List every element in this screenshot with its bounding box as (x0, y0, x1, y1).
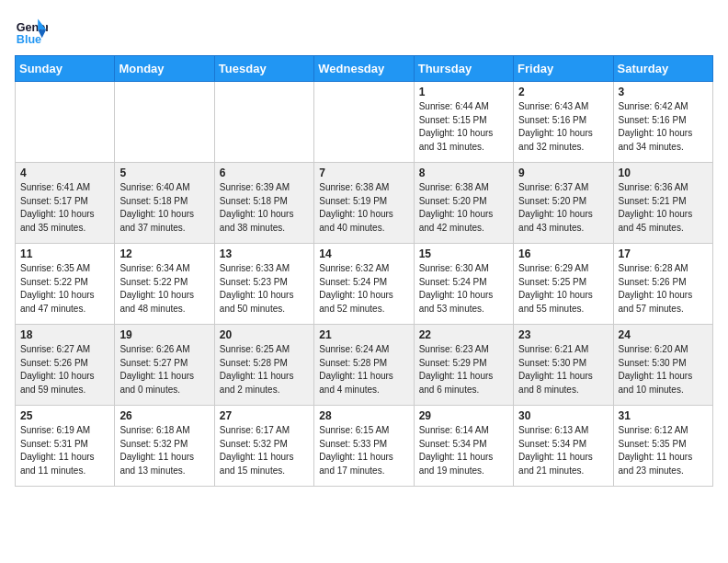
calendar-cell: 1Sunrise: 6:44 AMSunset: 5:15 PMDaylight… (414, 82, 513, 163)
day-number: 15 (419, 247, 508, 260)
day-info: Sunrise: 6:21 AMSunset: 5:30 PMDaylight:… (518, 343, 608, 396)
weekday-header: Friday (514, 56, 613, 82)
day-info: Sunrise: 6:39 AMSunset: 5:18 PMDaylight:… (220, 181, 309, 235)
day-number: 11 (20, 247, 109, 260)
day-info: Sunrise: 6:26 AMSunset: 5:27 PMDaylight:… (119, 343, 209, 396)
calendar-cell: 11Sunrise: 6:35 AMSunset: 5:22 PMDayligh… (16, 244, 115, 325)
day-info: Sunrise: 6:33 AMSunset: 5:23 PMDaylight:… (220, 262, 309, 316)
calendar-cell: 20Sunrise: 6:25 AMSunset: 5:28 PMDayligh… (214, 325, 313, 406)
day-number: 2 (518, 86, 608, 98)
calendar-cell: 26Sunrise: 6:18 AMSunset: 5:32 PMDayligh… (115, 406, 214, 487)
day-info: Sunrise: 6:38 AMSunset: 5:19 PMDaylight:… (319, 181, 408, 235)
calendar-cell: 18Sunrise: 6:27 AMSunset: 5:26 PMDayligh… (16, 325, 115, 406)
calendar-week-row: 11Sunrise: 6:35 AMSunset: 5:22 PMDayligh… (16, 244, 713, 325)
day-info: Sunrise: 6:38 AMSunset: 5:20 PMDaylight:… (419, 181, 508, 235)
day-number: 4 (20, 167, 109, 179)
day-info: Sunrise: 6:35 AMSunset: 5:22 PMDaylight:… (20, 262, 109, 316)
weekday-header: Thursday (414, 56, 513, 82)
svg-text:Blue: Blue (17, 33, 41, 46)
calendar-cell (16, 82, 115, 163)
day-number: 28 (319, 409, 408, 422)
day-info: Sunrise: 6:19 AMSunset: 5:31 PMDaylight:… (20, 424, 109, 477)
day-info: Sunrise: 6:34 AMSunset: 5:22 PMDaylight:… (119, 262, 209, 316)
calendar-header: SundayMondayTuesdayWednesdayThursdayFrid… (16, 56, 713, 82)
day-number: 3 (619, 86, 708, 98)
day-info: Sunrise: 6:27 AMSunset: 5:26 PMDaylight:… (20, 343, 109, 396)
calendar-cell: 27Sunrise: 6:17 AMSunset: 5:32 PMDayligh… (214, 406, 313, 487)
day-number: 12 (119, 247, 209, 260)
weekday-header: Sunday (16, 56, 115, 82)
calendar-cell: 17Sunrise: 6:28 AMSunset: 5:26 PMDayligh… (613, 244, 712, 325)
day-number: 31 (619, 409, 708, 422)
day-info: Sunrise: 6:32 AMSunset: 5:24 PMDaylight:… (319, 262, 408, 316)
day-info: Sunrise: 6:12 AMSunset: 5:35 PMDaylight:… (619, 424, 708, 477)
day-number: 17 (619, 247, 708, 260)
logo: General Blue (15, 15, 51, 48)
day-number: 10 (619, 167, 708, 179)
calendar-cell: 5Sunrise: 6:40 AMSunset: 5:18 PMDaylight… (115, 163, 214, 244)
calendar-cell: 16Sunrise: 6:29 AMSunset: 5:25 PMDayligh… (514, 244, 613, 325)
day-number: 9 (518, 167, 608, 179)
day-number: 7 (319, 167, 408, 179)
calendar-week-row: 1Sunrise: 6:44 AMSunset: 5:15 PMDaylight… (16, 82, 713, 163)
day-info: Sunrise: 6:20 AMSunset: 5:30 PMDaylight:… (619, 343, 708, 396)
calendar-cell: 21Sunrise: 6:24 AMSunset: 5:28 PMDayligh… (314, 325, 414, 406)
calendar-cell: 29Sunrise: 6:14 AMSunset: 5:34 PMDayligh… (414, 406, 513, 487)
day-number: 6 (220, 167, 309, 179)
calendar-cell: 28Sunrise: 6:15 AMSunset: 5:33 PMDayligh… (314, 406, 414, 487)
day-info: Sunrise: 6:43 AMSunset: 5:16 PMDaylight:… (518, 100, 608, 154)
calendar-cell: 12Sunrise: 6:34 AMSunset: 5:22 PMDayligh… (115, 244, 214, 325)
day-number: 20 (220, 328, 309, 341)
day-number: 21 (319, 328, 408, 341)
calendar-cell: 23Sunrise: 6:21 AMSunset: 5:30 PMDayligh… (514, 325, 613, 406)
day-number: 22 (419, 328, 508, 341)
calendar-cell: 6Sunrise: 6:39 AMSunset: 5:18 PMDaylight… (214, 163, 313, 244)
day-info: Sunrise: 6:30 AMSunset: 5:24 PMDaylight:… (419, 262, 508, 316)
weekday-header: Wednesday (314, 56, 414, 82)
day-info: Sunrise: 6:29 AMSunset: 5:25 PMDaylight:… (518, 262, 608, 316)
day-info: Sunrise: 6:15 AMSunset: 5:33 PMDaylight:… (319, 424, 408, 477)
calendar-cell: 9Sunrise: 6:37 AMSunset: 5:20 PMDaylight… (514, 163, 613, 244)
day-number: 18 (20, 328, 109, 341)
day-number: 23 (518, 328, 608, 341)
calendar-cell: 19Sunrise: 6:26 AMSunset: 5:27 PMDayligh… (115, 325, 214, 406)
day-info: Sunrise: 6:37 AMSunset: 5:20 PMDaylight:… (518, 181, 608, 235)
day-info: Sunrise: 6:41 AMSunset: 5:17 PMDaylight:… (20, 181, 109, 235)
day-info: Sunrise: 6:13 AMSunset: 5:34 PMDaylight:… (518, 424, 608, 477)
day-info: Sunrise: 6:44 AMSunset: 5:15 PMDaylight:… (419, 100, 508, 154)
calendar-cell: 13Sunrise: 6:33 AMSunset: 5:23 PMDayligh… (214, 244, 313, 325)
calendar-cell: 10Sunrise: 6:36 AMSunset: 5:21 PMDayligh… (613, 163, 712, 244)
calendar-cell: 3Sunrise: 6:42 AMSunset: 5:16 PMDaylight… (613, 82, 712, 163)
day-info: Sunrise: 6:25 AMSunset: 5:28 PMDaylight:… (220, 343, 309, 396)
day-info: Sunrise: 6:40 AMSunset: 5:18 PMDaylight:… (119, 181, 209, 235)
day-number: 5 (119, 167, 209, 179)
day-number: 26 (119, 409, 209, 422)
weekday-header: Saturday (613, 56, 712, 82)
calendar-cell: 22Sunrise: 6:23 AMSunset: 5:29 PMDayligh… (414, 325, 513, 406)
day-info: Sunrise: 6:18 AMSunset: 5:32 PMDaylight:… (119, 424, 209, 477)
day-number: 8 (419, 167, 508, 179)
calendar-week-row: 18Sunrise: 6:27 AMSunset: 5:26 PMDayligh… (16, 325, 713, 406)
calendar-cell (314, 82, 414, 163)
day-info: Sunrise: 6:24 AMSunset: 5:28 PMDaylight:… (319, 343, 408, 396)
day-number: 13 (220, 247, 309, 260)
calendar-cell: 2Sunrise: 6:43 AMSunset: 5:16 PMDaylight… (514, 82, 613, 163)
calendar-cell: 14Sunrise: 6:32 AMSunset: 5:24 PMDayligh… (314, 244, 414, 325)
calendar-week-row: 4Sunrise: 6:41 AMSunset: 5:17 PMDaylight… (16, 163, 713, 244)
weekday-header: Tuesday (214, 56, 313, 82)
day-number: 19 (119, 328, 209, 341)
logo-icon: General Blue (15, 15, 48, 48)
day-number: 30 (518, 409, 608, 422)
day-number: 1 (419, 86, 508, 98)
calendar-table: SundayMondayTuesdayWednesdayThursdayFrid… (15, 55, 713, 487)
day-number: 29 (419, 409, 508, 422)
day-info: Sunrise: 6:14 AMSunset: 5:34 PMDaylight:… (419, 424, 508, 477)
calendar-cell: 24Sunrise: 6:20 AMSunset: 5:30 PMDayligh… (613, 325, 712, 406)
calendar-cell (115, 82, 214, 163)
day-number: 14 (319, 247, 408, 260)
day-info: Sunrise: 6:36 AMSunset: 5:21 PMDaylight:… (619, 181, 708, 235)
day-info: Sunrise: 6:42 AMSunset: 5:16 PMDaylight:… (619, 100, 708, 154)
calendar-cell: 7Sunrise: 6:38 AMSunset: 5:19 PMDaylight… (314, 163, 414, 244)
calendar-cell: 25Sunrise: 6:19 AMSunset: 5:31 PMDayligh… (16, 406, 115, 487)
calendar-cell: 30Sunrise: 6:13 AMSunset: 5:34 PMDayligh… (514, 406, 613, 487)
